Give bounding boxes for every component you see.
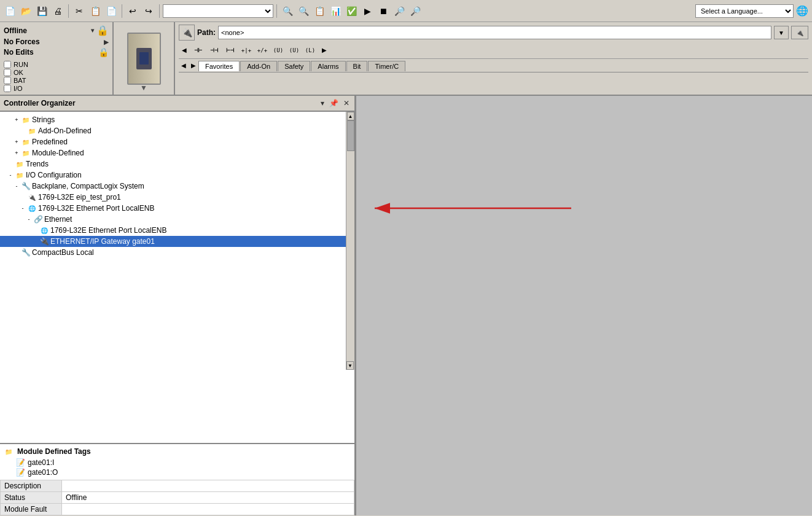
ladder-contact2[interactable]: ⊣⊣ xyxy=(207,43,222,58)
prop-desc-value xyxy=(62,480,354,492)
ethernet-toggle[interactable]: - xyxy=(25,215,33,224)
controller-display xyxy=(136,48,152,69)
forces-label: No Forces xyxy=(4,37,101,46)
strings-label: Strings xyxy=(32,115,55,124)
tree-scrollbar[interactable]: ▲ ▼ xyxy=(346,112,354,370)
dropdown-icon[interactable]: ▾ xyxy=(91,27,94,34)
panel-close-btn[interactable]: ✕ xyxy=(342,99,351,108)
ladder-inst4[interactable]: (U) xyxy=(287,43,302,58)
ep-child-toggle[interactable] xyxy=(31,226,39,235)
tab-safety[interactable]: Safety xyxy=(278,61,310,71)
tab-bit[interactable]: Bit xyxy=(346,61,368,71)
left-arrow-btn[interactable]: ◀ xyxy=(179,43,190,58)
tree-item-strings[interactable]: + 📁 Strings xyxy=(0,114,354,125)
stop-btn[interactable]: ⏹ xyxy=(376,4,391,18)
scroll-down-btn[interactable]: ▼ xyxy=(346,361,354,370)
tag-gate01-i[interactable]: 📝 gate01:I xyxy=(4,458,351,467)
l32e-toggle[interactable] xyxy=(18,193,27,201)
tree-scroll[interactable]: + 📁 Strings 📁 Add-On-Defined + xyxy=(0,114,354,372)
gateway-toggle[interactable] xyxy=(31,237,39,246)
help-btn[interactable]: 🌐 xyxy=(795,4,810,18)
controller-down-icon: ▼ xyxy=(140,84,147,92)
run-btn[interactable]: ▶ xyxy=(360,4,375,18)
path-dropdown-btn[interactable]: ▼ xyxy=(774,26,789,39)
path-bar: 🔌 Path: ▼ 🔌 xyxy=(179,25,808,41)
controller-graphic: ▼ xyxy=(114,22,175,95)
predefined-toggle[interactable]: + xyxy=(12,138,21,146)
module-tags: 📁 Module Defined Tags 📝 gate01:I 📝 gate0… xyxy=(0,444,354,480)
backplane-toggle[interactable]: - xyxy=(12,182,21,190)
ladder-contact[interactable]: ⊣⊢ xyxy=(191,43,206,58)
tab-alarms[interactable]: Alarms xyxy=(311,61,345,71)
open-btn[interactable]: 📂 xyxy=(18,4,33,18)
io-checkbox[interactable] xyxy=(4,85,11,92)
prop-row-status: Status Offline xyxy=(1,492,354,504)
tree-item-backplane[interactable]: - 🔧 Backplane, CompactLogix System xyxy=(0,181,354,192)
zoom-in-btn[interactable]: 🔎 xyxy=(392,4,407,18)
tab-favorites[interactable]: Favorites xyxy=(198,61,240,71)
path-input[interactable] xyxy=(218,26,771,39)
trends-toggle[interactable] xyxy=(6,160,15,168)
tab-addon[interactable]: Add-On xyxy=(240,61,277,71)
save-btn[interactable]: 💾 xyxy=(34,4,49,18)
tree-item-gateway[interactable]: 🔌 ETHERNET/IP Gateway gate01 xyxy=(0,236,354,247)
zoom-out-btn[interactable]: 🔎 xyxy=(408,4,423,18)
path-browse-btn[interactable]: 🔌 xyxy=(791,26,808,39)
addon-toggle[interactable] xyxy=(18,127,27,135)
tab-timerc[interactable]: Timer/C xyxy=(368,61,405,71)
module-defined-toggle[interactable]: + xyxy=(12,149,21,157)
io-config-toggle[interactable]: - xyxy=(6,171,15,179)
scroll-thumb xyxy=(347,120,354,151)
ladder-inst2[interactable]: +/+ xyxy=(255,43,270,58)
print-btn[interactable]: 🖨 xyxy=(50,4,65,18)
tree-item-module-defined[interactable]: + 📁 Module-Defined xyxy=(0,147,354,158)
undo-btn[interactable]: ↩ xyxy=(125,4,140,18)
redo-btn[interactable]: ↪ xyxy=(141,4,156,18)
tree-item-predefined[interactable]: + 📁 Predefined xyxy=(0,136,354,147)
bat-checkbox[interactable] xyxy=(4,77,11,84)
panel-menu-btn[interactable]: ▾ xyxy=(319,99,326,108)
tree-item-ethernet-port-child[interactable]: 🌐 1769-L32E Ethernet Port LocalENB xyxy=(0,225,354,236)
tree-item-io-config[interactable]: - 📁 I/O Configuration xyxy=(0,170,354,181)
tree-item-ethernet[interactable]: - 🔗 Ethernet xyxy=(0,214,354,225)
prop-fault-label: Module Fault xyxy=(1,504,62,515)
tree-area: + 📁 Strings 📁 Add-On-Defined + xyxy=(0,112,354,443)
ladder-coil[interactable]: ⊢⊣ xyxy=(223,43,238,58)
paste-btn[interactable]: 📄 xyxy=(104,4,119,18)
compactbus-toggle[interactable] xyxy=(12,248,21,257)
ladder-inst3[interactable]: (U) xyxy=(271,43,286,58)
cut-btn[interactable]: ✂ xyxy=(72,4,87,18)
find2-btn[interactable]: 🔍 xyxy=(296,4,311,18)
ok-checkbox[interactable] xyxy=(4,69,11,76)
tree-item-1769-l32e[interactable]: 🔌 1769-L32E eip_test_pro1 xyxy=(0,192,354,203)
language-selector[interactable]: Select a Language... xyxy=(695,4,794,18)
new-btn[interactable]: 📄 xyxy=(2,4,17,18)
strings-toggle[interactable]: + xyxy=(12,115,21,124)
run-checkbox[interactable] xyxy=(4,61,11,68)
ep-child-label: 1769-L32E Ethernet Port LocalENB xyxy=(50,226,166,235)
forces-arrow-icon[interactable]: ▶ xyxy=(104,39,109,45)
tree-item-ethernet-port[interactable]: - 🌐 1769-L32E Ethernet Port LocalENB xyxy=(0,203,354,214)
ethernet-label: Ethernet xyxy=(44,215,72,224)
diag-btn[interactable]: 📊 xyxy=(328,4,343,18)
routine-dropdown[interactable] xyxy=(163,4,273,18)
right-arrow-btn[interactable]: ▶ xyxy=(319,43,330,58)
copy-btn[interactable]: 📋 xyxy=(88,4,103,18)
tabs-left-btn[interactable]: ◀ xyxy=(179,62,189,69)
find-btn[interactable]: 🔍 xyxy=(280,4,295,18)
run-label: RUN xyxy=(14,61,28,68)
ethernet-port-toggle[interactable]: - xyxy=(18,204,27,213)
verify-btn[interactable]: ✅ xyxy=(344,4,359,18)
module-tags-header: 📁 Module Defined Tags xyxy=(4,447,351,456)
tree-item-addon-defined[interactable]: 📁 Add-On-Defined xyxy=(0,125,354,136)
panel-pin-btn[interactable]: 📌 xyxy=(328,99,340,108)
tree-item-trends[interactable]: 📁 Trends xyxy=(0,158,354,170)
tree-item-compactbus[interactable]: 🔧 CompactBus Local xyxy=(0,247,354,258)
tabs-right-btn[interactable]: ▶ xyxy=(189,62,198,69)
ref-btn[interactable]: 📋 xyxy=(312,4,327,18)
ladder-inst1[interactable]: +|+ xyxy=(239,43,254,58)
scroll-up-btn[interactable]: ▲ xyxy=(347,112,354,120)
module-defined-folder-icon: 📁 xyxy=(21,148,31,158)
ladder-inst5[interactable]: (L) xyxy=(303,43,318,58)
tag-gate01-o[interactable]: 📝 gate01:O xyxy=(4,467,351,477)
